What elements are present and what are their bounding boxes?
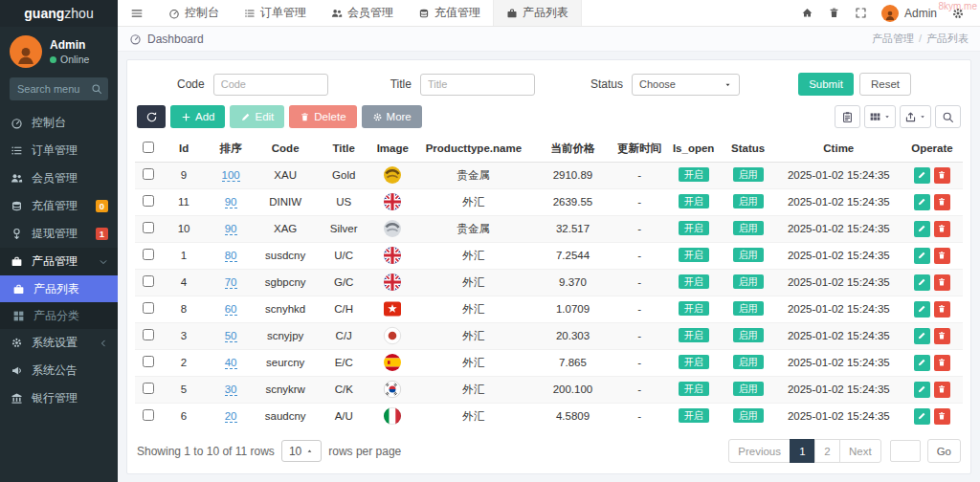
page-jump-input[interactable]	[890, 440, 921, 462]
tab-product-list[interactable]: 产品列表	[493, 0, 582, 26]
row-edit-button[interactable]	[914, 274, 930, 291]
row-delete-button[interactable]	[934, 274, 950, 291]
row-checkbox[interactable]	[143, 356, 154, 367]
column-header: Operate	[902, 136, 963, 162]
row-checkbox[interactable]	[143, 249, 154, 260]
sidebar-item-announcements[interactable]: 系统公告	[0, 357, 118, 384]
gear-icon[interactable]	[951, 7, 965, 20]
hamburger-menu-icon[interactable]	[118, 0, 156, 26]
breadcrumb-left[interactable]: Dashboard	[147, 33, 204, 46]
row-edit-button[interactable]	[914, 194, 930, 210]
select-all-checkbox[interactable]	[143, 142, 154, 153]
navbar-user-menu[interactable]: Admin	[881, 5, 937, 22]
sort-editable-link[interactable]: 50	[225, 330, 237, 342]
go-button[interactable]: Go	[927, 439, 961, 463]
sidebar-item-product-list[interactable]: 产品列表	[0, 275, 118, 302]
sort-editable-link[interactable]: 100	[222, 169, 240, 182]
trash-icon[interactable]	[828, 7, 840, 19]
pagination-next[interactable]: Next	[839, 439, 881, 463]
row-delete-button[interactable]	[934, 301, 950, 318]
sidebar-item-orders[interactable]: 订单管理	[0, 137, 118, 164]
sidebar-item-products[interactable]: 产品管理	[0, 248, 118, 275]
row-delete-button[interactable]	[934, 167, 950, 184]
cell-price: 1.0709	[533, 296, 612, 322]
tab-orders[interactable]: 订单管理	[232, 0, 319, 26]
sidebar-item-banks[interactable]: 银行管理	[0, 384, 118, 412]
sort-editable-link[interactable]: 90	[225, 223, 237, 235]
breadcrumb-parent[interactable]: 产品管理	[872, 33, 914, 44]
export-button[interactable]	[900, 105, 931, 128]
pagination-page-1[interactable]: 1	[790, 439, 815, 463]
briefcase-icon	[506, 8, 518, 19]
sort-editable-link[interactable]: 90	[225, 196, 237, 208]
sidebar-item-settings[interactable]: 系统设置	[0, 329, 118, 357]
row-delete-button[interactable]	[934, 355, 950, 371]
sort-editable-link[interactable]: 20	[225, 410, 237, 423]
row-delete-button[interactable]	[934, 328, 950, 344]
reset-button[interactable]: Reset	[859, 73, 911, 96]
sort-editable-link[interactable]: 40	[225, 357, 237, 369]
fullscreen-icon[interactable]	[855, 7, 867, 19]
table-row: 9100XAUGold贵金属2910.89-开启启用2025-01-02 15:…	[135, 162, 963, 188]
cell-type: 外汇	[413, 349, 533, 376]
app-logo[interactable]: guangzhou	[0, 0, 118, 27]
tab-members[interactable]: 会员管理	[319, 0, 406, 26]
code-input[interactable]	[213, 74, 328, 96]
table-search-button[interactable]	[935, 105, 961, 128]
cell-ctime: 2025-01-02 15:24:35	[776, 215, 902, 242]
row-edit-button[interactable]	[914, 355, 930, 371]
row-checkbox[interactable]	[143, 275, 154, 287]
delete-button[interactable]: Delete	[289, 105, 356, 128]
row-checkbox[interactable]	[143, 195, 154, 207]
row-delete-button[interactable]	[934, 248, 950, 264]
refresh-button[interactable]	[137, 105, 166, 128]
sidebar-item-withdraw[interactable]: 提现管理1	[0, 220, 118, 248]
home-icon[interactable]	[801, 7, 813, 19]
search-icon[interactable]	[91, 83, 102, 95]
page-size-dropdown[interactable]: 10	[281, 440, 322, 462]
row-delete-button[interactable]	[934, 408, 950, 425]
row-edit-button[interactable]	[914, 248, 930, 264]
grid-icon	[11, 310, 26, 322]
row-checkbox[interactable]	[143, 383, 154, 394]
row-edit-button[interactable]	[914, 301, 930, 318]
sort-editable-link[interactable]: 60	[225, 303, 237, 316]
sidebar-item-product-category[interactable]: 产品分类	[0, 302, 118, 329]
edit-button[interactable]: Edit	[230, 105, 284, 128]
toggle-view-button[interactable]	[835, 105, 860, 128]
row-edit-button[interactable]	[914, 221, 930, 237]
row-delete-button[interactable]	[934, 221, 950, 237]
sort-editable-link[interactable]: 70	[225, 276, 237, 289]
tab-recharge[interactable]: 充值管理	[406, 0, 493, 26]
row-edit-button[interactable]	[914, 167, 930, 184]
row-checkbox[interactable]	[143, 329, 154, 340]
add-button[interactable]: Add	[170, 105, 225, 128]
row-edit-button[interactable]	[914, 408, 930, 425]
sidebar-item-dashboard[interactable]: 控制台	[0, 109, 118, 137]
status-select[interactable]: Choose	[632, 74, 740, 96]
row-checkbox[interactable]	[143, 409, 154, 421]
row-delete-button[interactable]	[934, 382, 950, 398]
pagination-page-2[interactable]: 2	[814, 439, 840, 463]
row-edit-button[interactable]	[914, 328, 930, 344]
is-open-badge: 开启	[679, 167, 709, 182]
row-checkbox[interactable]	[143, 302, 154, 314]
cell-ctime: 2025-01-02 15:24:35	[776, 296, 902, 322]
sort-editable-link[interactable]: 30	[225, 383, 237, 396]
jp-flag-icon	[373, 326, 412, 345]
row-checkbox[interactable]	[143, 168, 154, 180]
title-input[interactable]	[420, 74, 535, 96]
sidebar-item-members[interactable]: 会员管理	[0, 164, 118, 192]
submit-button[interactable]: Submit	[798, 73, 854, 96]
tab-dashboard[interactable]: 控制台	[156, 0, 232, 26]
pagination-previous[interactable]: Previous	[728, 439, 791, 463]
columns-button[interactable]	[864, 105, 896, 128]
row-delete-button[interactable]	[934, 194, 950, 210]
users-icon	[331, 8, 343, 19]
row-edit-button[interactable]	[914, 382, 930, 398]
row-checkbox[interactable]	[143, 222, 154, 233]
more-button[interactable]: More	[362, 105, 422, 128]
sort-editable-link[interactable]: 80	[225, 250, 237, 262]
sidebar-item-recharge[interactable]: 充值管理0	[0, 192, 118, 220]
cell-type: 贵金属	[413, 162, 533, 188]
